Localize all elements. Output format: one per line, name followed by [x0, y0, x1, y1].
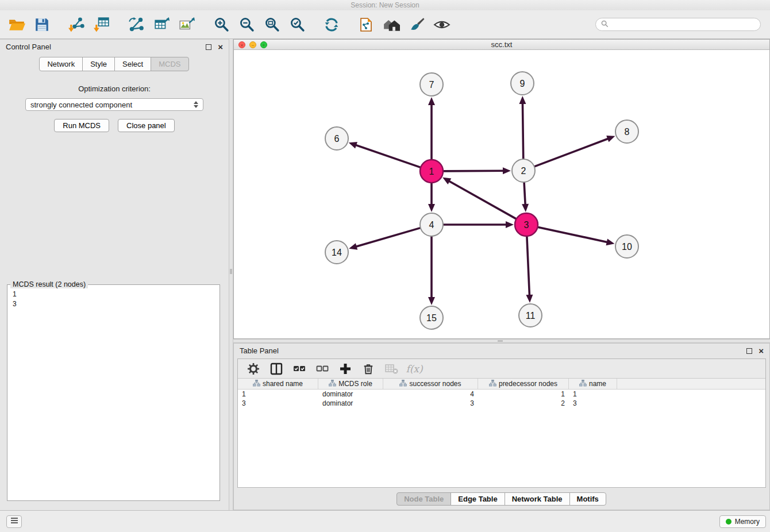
graph-edge-2-8[interactable]: [535, 136, 615, 166]
list-icon: [10, 516, 19, 527]
close-table-panel-icon[interactable]: ×: [759, 348, 764, 354]
delete-row-icon[interactable]: [361, 361, 376, 377]
new-table-icon[interactable]: [152, 14, 171, 35]
new-network-icon[interactable]: [126, 14, 146, 35]
table-row[interactable]: 3dominator323: [238, 399, 765, 408]
graph-edge-1-6[interactable]: [349, 142, 420, 167]
graph-node-2[interactable]: 2: [512, 159, 535, 182]
float-table-panel-icon[interactable]: [746, 348, 752, 354]
tab-edge-table[interactable]: Edge Table: [451, 492, 505, 506]
table-cell[interactable]: 1: [569, 390, 617, 399]
zoom-out-icon[interactable]: [237, 14, 256, 35]
run-mcds-button[interactable]: Run MCDS: [54, 119, 109, 132]
close-panel-icon[interactable]: ×: [218, 44, 223, 50]
table-cell[interactable]: 1: [238, 390, 318, 399]
table-cell[interactable]: 1: [478, 390, 569, 399]
graph-node-1[interactable]: 1: [420, 160, 443, 183]
graph-node-14[interactable]: 14: [325, 241, 348, 264]
horizontal-splitter[interactable]: [233, 339, 770, 343]
graph-edge-3-10[interactable]: [538, 227, 615, 245]
open-session-icon[interactable]: [7, 14, 26, 35]
graph-node-8[interactable]: 8: [615, 120, 638, 143]
copy-network-icon[interactable]: [356, 14, 376, 35]
paintbrush-icon[interactable]: [407, 14, 426, 35]
graph-node-6[interactable]: 6: [325, 127, 348, 150]
zoom-in-icon[interactable]: [211, 14, 231, 35]
minimize-window-icon[interactable]: −: [249, 41, 256, 48]
tab-network-table[interactable]: Network Table: [505, 492, 570, 506]
select-all-icon[interactable]: [292, 361, 307, 377]
column-header-mcds-role[interactable]: MCDS role: [318, 379, 383, 389]
tab-mcds[interactable]: MCDS: [151, 57, 188, 71]
deselect-all-icon[interactable]: [315, 361, 330, 377]
graph-edge-1-2[interactable]: [444, 167, 511, 174]
tab-node-table[interactable]: Node Table: [396, 492, 451, 506]
float-panel-icon[interactable]: [206, 44, 211, 50]
refresh-layout-icon[interactable]: [322, 14, 341, 35]
graph-node-4[interactable]: 4: [420, 213, 443, 236]
tab-network[interactable]: Network: [39, 57, 83, 71]
graph-node-10[interactable]: 10: [615, 235, 638, 258]
svg-text:15: 15: [426, 313, 437, 323]
search-input[interactable]: [611, 20, 755, 29]
zoom-fit-icon[interactable]: [262, 14, 282, 35]
graph-edge-4-3[interactable]: [444, 221, 514, 228]
tab-select[interactable]: Select: [114, 57, 151, 71]
graph-node-3[interactable]: 3: [515, 213, 538, 236]
graph-node-11[interactable]: 11: [519, 304, 542, 327]
home-views-icon[interactable]: [382, 14, 401, 35]
table-cell[interactable]: dominator: [318, 399, 383, 408]
graph-edge-1-7[interactable]: [428, 97, 435, 159]
eye-icon[interactable]: [432, 14, 452, 35]
tab-motifs[interactable]: Motifs: [569, 492, 606, 506]
vertical-splitter[interactable]: [229, 39, 233, 510]
network-window-title: scc.txt: [491, 40, 513, 49]
add-row-icon[interactable]: [338, 361, 353, 377]
control-panel-title: Control Panel: [6, 43, 51, 51]
column-header-successor-nodes[interactable]: successor nodes: [383, 379, 478, 389]
column-header-name[interactable]: name: [569, 379, 617, 389]
table-row[interactable]: 1dominator411: [238, 390, 765, 399]
svg-text:4: 4: [429, 220, 434, 230]
function-builder-icon[interactable]: f(x): [407, 361, 422, 377]
zoom-window-icon[interactable]: +: [260, 41, 267, 48]
graph-node-15[interactable]: 15: [420, 306, 443, 329]
dropdown-arrows-icon: [194, 101, 198, 108]
delete-table-icon[interactable]: [384, 361, 399, 377]
export-image-icon[interactable]: [177, 14, 197, 35]
graph-node-9[interactable]: 9: [511, 72, 534, 95]
table-cell[interactable]: dominator: [318, 390, 383, 399]
search-box[interactable]: [595, 18, 761, 31]
columns-icon[interactable]: [269, 361, 284, 377]
tab-style[interactable]: Style: [82, 57, 115, 71]
graph-node-7[interactable]: 7: [420, 73, 443, 96]
graph-edge-1-4[interactable]: [428, 183, 435, 212]
graph-edge-4-14[interactable]: [349, 228, 420, 250]
toolbar-group: [126, 14, 197, 35]
svg-text:8: 8: [625, 127, 630, 137]
table-cell[interactable]: 3: [238, 399, 318, 408]
network-window-titlebar[interactable]: ×−+ scc.txt: [234, 40, 769, 50]
close-window-icon[interactable]: ×: [238, 41, 245, 48]
column-header-predecessor-nodes[interactable]: predecessor nodes: [478, 379, 569, 389]
save-session-icon[interactable]: [32, 14, 52, 35]
memory-button[interactable]: Memory: [719, 515, 766, 528]
table-cell[interactable]: 4: [383, 390, 478, 399]
graph-edge-2-9[interactable]: [519, 96, 526, 159]
gear-icon[interactable]: [246, 361, 261, 377]
show-panels-button[interactable]: [6, 515, 22, 528]
criterion-dropdown[interactable]: strongly connected component: [25, 98, 203, 111]
import-network-icon[interactable]: [67, 14, 86, 35]
graph-edge-4-15[interactable]: [428, 237, 435, 305]
zoom-selected-icon[interactable]: [287, 14, 307, 35]
network-canvas[interactable]: 7968124314101511: [234, 50, 769, 338]
column-header-shared-name[interactable]: shared name: [238, 379, 318, 389]
graph-edge-3-11[interactable]: [526, 237, 533, 303]
graph-edge-3-1[interactable]: [442, 178, 516, 219]
graph-edge-2-3[interactable]: [522, 183, 529, 212]
table-cell[interactable]: 3: [383, 399, 478, 408]
close-panel-button[interactable]: Close panel: [118, 119, 175, 132]
table-cell[interactable]: 3: [569, 399, 617, 408]
table-cell[interactable]: 2: [478, 399, 569, 408]
import-table-icon[interactable]: [92, 14, 111, 35]
